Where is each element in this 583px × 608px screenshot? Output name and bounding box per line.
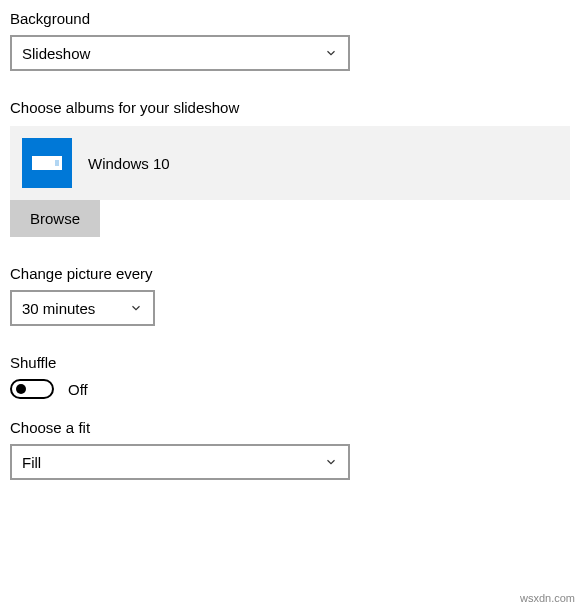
albums-label: Choose albums for your slideshow	[10, 99, 573, 116]
album-name: Windows 10	[88, 155, 170, 172]
watermark: wsxdn.com	[520, 592, 575, 604]
album-item[interactable]: Windows 10	[10, 126, 570, 200]
background-dropdown-value: Slideshow	[22, 45, 90, 62]
fit-label: Choose a fit	[10, 419, 573, 436]
chevron-down-icon	[324, 46, 338, 60]
interval-dropdown[interactable]: 30 minutes	[10, 290, 155, 326]
background-dropdown[interactable]: Slideshow	[10, 35, 350, 71]
toggle-knob	[16, 384, 26, 394]
background-label: Background	[10, 10, 573, 27]
interval-label: Change picture every	[10, 265, 573, 282]
interval-dropdown-value: 30 minutes	[22, 300, 95, 317]
chevron-down-icon	[324, 455, 338, 469]
fit-dropdown[interactable]: Fill	[10, 444, 350, 480]
fit-dropdown-value: Fill	[22, 454, 41, 471]
shuffle-toggle[interactable]	[10, 379, 54, 399]
browse-button[interactable]: Browse	[10, 200, 100, 237]
shuffle-label: Shuffle	[10, 354, 573, 371]
drive-icon	[22, 138, 72, 188]
shuffle-state: Off	[68, 381, 88, 398]
chevron-down-icon	[129, 301, 143, 315]
